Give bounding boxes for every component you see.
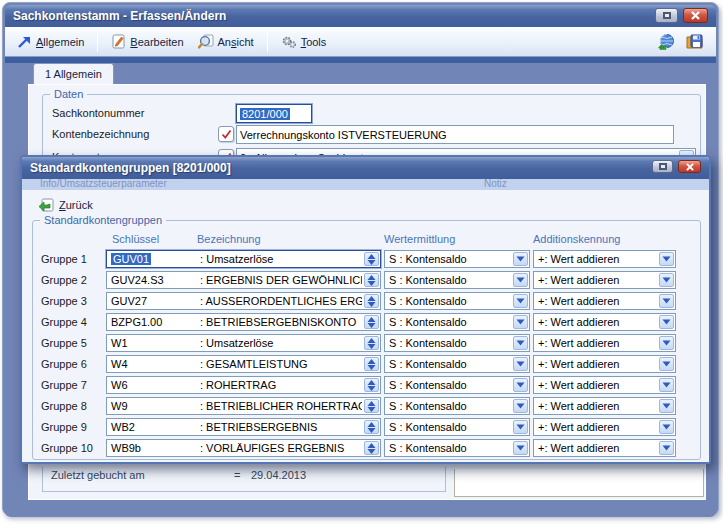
zurueck-button[interactable]: Zurück — [34, 196, 97, 215]
additionskennung-value: +: Wert addieren — [538, 316, 619, 328]
wertermittlung-select[interactable]: S : Kontensaldo — [384, 439, 530, 457]
kontenbezeichnung-input[interactable]: Verrechnungskonto ISTVERSTEUERUNG — [236, 125, 674, 144]
save-icon[interactable] — [686, 33, 704, 50]
header-wertermittlung: Wertermittlung — [384, 233, 530, 245]
toolbar-separator — [267, 32, 268, 52]
wertermittlung-select[interactable]: S : Kontensaldo — [384, 313, 530, 331]
chevron-down-icon[interactable] — [659, 273, 674, 287]
close-icon — [686, 163, 694, 171]
schluessel-field[interactable]: W6 : ROHERTRAG — [106, 376, 381, 394]
menu-tools[interactable]: Tools — [277, 33, 331, 51]
chevron-down-icon[interactable] — [659, 378, 674, 392]
spinner-button[interactable] — [364, 399, 379, 413]
spinner-button[interactable] — [364, 336, 379, 350]
additionskennung-select[interactable]: +: Wert addieren — [533, 313, 676, 331]
additionskennung-select[interactable]: +: Wert addieren — [533, 355, 676, 373]
wertermittlung-select[interactable]: S : Kontensaldo — [384, 250, 530, 268]
schluessel-field[interactable]: W1 : Umsatzerlöse — [106, 334, 381, 352]
daten-legend: Daten — [50, 88, 87, 100]
wertermittlung-select[interactable]: S : Kontensaldo — [384, 292, 530, 310]
minimize-icon — [663, 12, 671, 19]
schluessel-field[interactable]: WB9b : VORLÄUFIGES ERGEBNIS — [106, 439, 381, 457]
dialog-minimize-button[interactable] — [652, 160, 673, 173]
tab-allgemein[interactable]: 1 Allgemein — [33, 63, 114, 85]
chevron-down-icon[interactable] — [513, 315, 528, 329]
chevron-down-icon[interactable] — [659, 294, 674, 308]
chevron-down-icon[interactable] — [513, 399, 528, 413]
spinner-button[interactable] — [364, 252, 379, 266]
schluessel-field[interactable]: BZPG1.00 : BETRIEBSERGEBNISKONTO — [106, 313, 381, 331]
schluessel-value: GUV24.S3 — [111, 274, 200, 286]
main-titlebar[interactable]: Sachkontenstamm - Erfassen/Ändern — [5, 5, 716, 27]
chevron-down-icon[interactable] — [659, 252, 674, 266]
additionskennung-select[interactable]: +: Wert addieren — [533, 439, 676, 457]
wertermittlung-select[interactable]: S : Kontensaldo — [384, 271, 530, 289]
magnifier-icon — [198, 34, 214, 49]
chevron-down-icon[interactable] — [513, 294, 528, 308]
menu-bearbeiten-label: Bearbeiten — [130, 36, 183, 48]
wertermittlung-select[interactable]: S : Kontensaldo — [384, 334, 530, 352]
additionskennung-select[interactable]: +: Wert addieren — [533, 250, 676, 268]
additionskennung-value: +: Wert addieren — [538, 295, 619, 307]
dialog-close-button[interactable] — [678, 160, 701, 173]
menu-allgemein[interactable]: Allgemein — [13, 33, 88, 51]
sachkontonummer-row: Sachkontonummer 8201/000 — [43, 105, 700, 123]
wertermittlung-select[interactable]: S : Kontensaldo — [384, 418, 530, 436]
additionskennung-select[interactable]: +: Wert addieren — [533, 292, 676, 310]
checkmark-icon[interactable] — [218, 126, 234, 142]
wertermittlung-value: S : Kontensaldo — [389, 442, 467, 454]
arrow-up-right-icon — [17, 35, 32, 49]
close-button[interactable] — [683, 8, 708, 23]
chevron-down-icon[interactable] — [513, 420, 528, 434]
chevron-down-icon[interactable] — [659, 315, 674, 329]
menu-bearbeiten[interactable]: Bearbeiten — [107, 32, 187, 51]
publish-globe-icon[interactable] — [658, 33, 676, 50]
wertermittlung-select[interactable]: S : Kontensaldo — [384, 376, 530, 394]
chevron-down-icon[interactable] — [659, 420, 674, 434]
chevron-down-icon[interactable] — [513, 441, 528, 455]
group-table: Schlüssel Bezeichnung Wertermittlung Add… — [41, 231, 696, 460]
wertermittlung-value: S : Kontensaldo — [389, 337, 467, 349]
wertermittlung-select[interactable]: S : Kontensaldo — [384, 355, 530, 373]
spinner-button[interactable] — [364, 420, 379, 434]
chevron-down-icon[interactable] — [659, 336, 674, 350]
chevron-down-icon[interactable] — [513, 378, 528, 392]
minimize-button[interactable] — [655, 8, 678, 23]
sachkontonummer-input[interactable]: 8201/000 — [236, 104, 312, 123]
spinner-button[interactable] — [364, 357, 379, 371]
spinner-button[interactable] — [364, 294, 379, 308]
additionskennung-value: +: Wert addieren — [538, 442, 619, 454]
schluessel-value: W9 — [111, 400, 200, 412]
spinner-button[interactable] — [364, 273, 379, 287]
chevron-down-icon[interactable] — [659, 441, 674, 455]
schluessel-field[interactable]: W9 : BETRIEBLICHER ROHERTRAG — [106, 397, 381, 415]
schluessel-field[interactable]: GUV01 : Umsatzerlöse — [106, 250, 381, 268]
wertermittlung-select[interactable]: S : Kontensaldo — [384, 397, 530, 415]
additionskennung-select[interactable]: +: Wert addieren — [533, 271, 676, 289]
chevron-down-icon[interactable] — [659, 357, 674, 371]
menu-ansicht[interactable]: Ansicht — [194, 32, 258, 51]
notiz-textarea[interactable] — [454, 469, 704, 497]
chevron-down-icon[interactable] — [513, 357, 528, 371]
spinner-button[interactable] — [364, 378, 379, 392]
schluessel-field[interactable]: W4 : GESAMTLEISTUNG — [106, 355, 381, 373]
dialog-titlebar[interactable]: Standardkontengruppen [8201/000] — [22, 157, 709, 179]
schluessel-field[interactable]: GUV27 : AUSSERORDENTLICHES ERGEBNIS — [106, 292, 381, 310]
chevron-down-icon[interactable] — [513, 336, 528, 350]
additionskennung-value: +: Wert addieren — [538, 337, 619, 349]
table-row: Gruppe 10 WB9b : VORLÄUFIGES ERGEBNIS S … — [41, 439, 696, 457]
schluessel-value: GUV27 — [111, 295, 200, 307]
additionskennung-select[interactable]: +: Wert addieren — [533, 397, 676, 415]
spinner-button[interactable] — [364, 441, 379, 455]
chevron-down-icon[interactable] — [659, 399, 674, 413]
additionskennung-select[interactable]: +: Wert addieren — [533, 334, 676, 352]
chevron-down-icon[interactable] — [513, 273, 528, 287]
minimize-icon — [659, 163, 667, 170]
chevron-down-icon[interactable] — [513, 252, 528, 266]
wertermittlung-value: S : Kontensaldo — [389, 379, 467, 391]
schluessel-field[interactable]: GUV24.S3 : ERGEBNIS DER GEWÖHNLICHEN GES — [106, 271, 381, 289]
additionskennung-select[interactable]: +: Wert addieren — [533, 418, 676, 436]
additionskennung-select[interactable]: +: Wert addieren — [533, 376, 676, 394]
spinner-button[interactable] — [364, 315, 379, 329]
schluessel-field[interactable]: WB2 : BETRIEBSERGEBNIS — [106, 418, 381, 436]
